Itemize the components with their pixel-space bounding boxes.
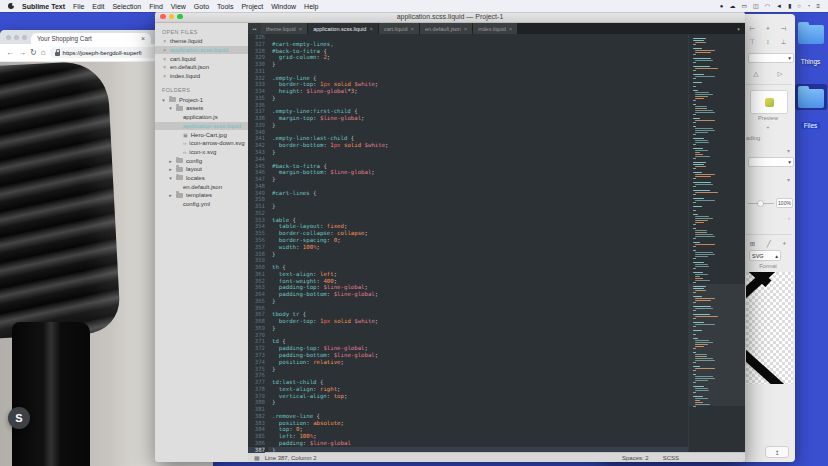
add-button[interactable]: +: [744, 124, 792, 130]
code-line[interactable]: [272, 102, 688, 109]
close-file-icon[interactable]: ×: [163, 73, 167, 79]
menu-item-tools[interactable]: Tools: [217, 3, 233, 10]
tab-cart.liquid[interactable]: cart.liquid×: [379, 23, 420, 34]
reload-icon[interactable]: ↻: [30, 49, 37, 57]
open-file-index.liquid[interactable]: ×index.liquid: [155, 72, 248, 81]
code-line[interactable]: }: [272, 399, 688, 406]
menu-item-selection[interactable]: Selection: [112, 3, 141, 10]
tree-item-en.default.json[interactable]: en.default.json: [155, 182, 248, 191]
code-line[interactable]: }: [272, 325, 688, 332]
indent-setting[interactable]: Spaces: 2: [622, 455, 649, 461]
tree-item-templates[interactable]: ▸templates: [155, 191, 248, 200]
code-area[interactable]: #cart-empty-lines,#back-to-fitra { grid-…: [268, 34, 688, 452]
code-line[interactable]: [272, 332, 688, 339]
status-dot-icon[interactable]: ●: [720, 3, 724, 9]
code-line[interactable]: height: $line-global*3;: [272, 88, 688, 95]
chevron-down-icon[interactable]: ▾: [787, 147, 790, 154]
export-icons-row-icon[interactable]: ╱: [767, 240, 771, 248]
align-icons-row2-icon[interactable]: ⊥: [781, 38, 787, 46]
close-file-icon[interactable]: ×: [163, 64, 167, 70]
browser-window-controls[interactable]: [2, 30, 31, 44]
tab-application.scss.liquid[interactable]: application.scss.liquid×: [308, 23, 379, 34]
code-line[interactable]: margin-top: $line-global;: [272, 115, 688, 122]
menu-item-help[interactable]: Help: [304, 3, 318, 10]
code-line[interactable]: [272, 210, 688, 217]
code-line[interactable]: .empty-line:first-child {: [272, 108, 688, 115]
code-line[interactable]: }: [272, 203, 688, 210]
screen-mirroring-icon[interactable]: ◫: [753, 3, 759, 9]
code-line[interactable]: table-layout: fixed;: [272, 223, 688, 230]
tab-theme.liquid[interactable]: theme.liquid×: [261, 23, 308, 34]
code-line[interactable]: th {: [272, 264, 688, 271]
apple-menu-icon[interactable]: [8, 3, 14, 9]
desktop-folder-files[interactable]: Files: [794, 84, 827, 132]
code-line[interactable]: border-collapse: collapse;: [272, 230, 688, 237]
code-line[interactable]: }: [272, 149, 688, 156]
code-line[interactable]: .remove-line {: [272, 413, 688, 420]
code-line[interactable]: border-bottom: 1px solid $white;: [272, 142, 688, 149]
code-line[interactable]: td:last-child {: [272, 379, 688, 386]
code-line[interactable]: }: [272, 298, 688, 305]
menu-item-view[interactable]: View: [171, 3, 186, 10]
code-line[interactable]: [272, 68, 688, 75]
tab-index.liquid[interactable]: index.liquid×: [473, 23, 518, 34]
code-line[interactable]: padding-top: $line-global;: [272, 284, 688, 291]
align-icons-row1-icon[interactable]: ⊢: [749, 25, 755, 33]
tab-close-icon[interactable]: ×: [464, 26, 468, 32]
preview-thumbnail[interactable]: [750, 90, 788, 114]
tree-item-layout[interactable]: ▸layout: [155, 165, 248, 174]
menu-item-goto[interactable]: Goto: [194, 3, 209, 10]
syntax-setting[interactable]: SCSS: [663, 455, 679, 461]
inspector-select[interactable]: ▾: [748, 157, 794, 167]
code-line[interactable]: left: 100%;: [272, 433, 688, 440]
code-line[interactable]: [272, 156, 688, 163]
disclosure-triangle-icon[interactable]: ▸: [168, 166, 173, 172]
code-line[interactable]: border-top: 1px solid $white;: [272, 81, 688, 88]
tab-close-icon[interactable]: ×: [299, 26, 303, 32]
code-line[interactable]: grid-column: 2;: [272, 54, 688, 61]
wifi-icon[interactable]: ◠: [765, 3, 770, 9]
back-icon[interactable]: ←: [6, 49, 14, 57]
code-line[interactable]: [272, 406, 688, 413]
code-line[interactable]: .empty-line:last-child {: [272, 135, 688, 142]
cursor-position[interactable]: Line 387, Column 2: [265, 455, 317, 461]
code-line[interactable]: #back-to-fitra {: [272, 48, 688, 55]
close-window-button[interactable]: [160, 14, 166, 20]
code-line[interactable]: border-spacing: 0;: [272, 237, 688, 244]
tree-item-hero-cart.jpg[interactable]: ▣Hero-Cart.jpg: [155, 130, 248, 139]
minimap[interactable]: [688, 34, 745, 452]
disclosure-triangle-icon[interactable]: ▾: [161, 97, 166, 103]
code-line[interactable]: [272, 372, 688, 379]
export-icons-row-icon[interactable]: +: [782, 240, 786, 248]
tab-list-dropdown[interactable]: ▾: [732, 23, 745, 34]
code-line[interactable]: vertical-align: top;: [272, 393, 688, 400]
tab-close-icon[interactable]: ×: [410, 26, 414, 32]
code-line[interactable]: #cart-empty-lines,: [272, 41, 688, 48]
disclosure-triangle-icon[interactable]: ▾: [168, 175, 173, 181]
home-icon[interactable]: ⌂: [41, 49, 46, 57]
align-icons-row1-icon[interactable]: ⊣: [781, 25, 787, 33]
disclosure-triangle-icon[interactable]: ▸: [168, 158, 173, 164]
code-line[interactable]: padding-bottom: $line-global;: [272, 291, 688, 298]
disclosure-triangle-icon[interactable]: ▾: [168, 105, 173, 111]
code-line[interactable]: }: [272, 366, 688, 373]
align-icons-row1-icon[interactable]: +: [766, 25, 770, 33]
opacity-slider[interactable]: [748, 203, 774, 204]
code-line[interactable]: td {: [272, 338, 688, 345]
open-file-application.scss.liquid[interactable]: ×application.scss.liquid: [155, 46, 248, 55]
tool-icons-row-icon[interactable]: ▷: [778, 70, 783, 78]
code-line[interactable]: padding: $line-global: [272, 440, 688, 447]
open-file-en.default.json[interactable]: ×en.default.json: [155, 63, 248, 72]
menu-item-window[interactable]: Window: [271, 3, 296, 10]
browser-minimize-button[interactable]: [14, 35, 19, 40]
code-line[interactable]: padding-top: $line-global;: [272, 345, 688, 352]
disclosure-triangle-icon[interactable]: ▸: [168, 192, 173, 198]
code-editor[interactable]: 3263273283293303313323333343353363373383…: [248, 34, 745, 452]
desktop-folder-things[interactable]: Things: [794, 20, 827, 68]
code-line[interactable]: [272, 305, 688, 312]
tree-item-icon-arrow-down.svg[interactable]: ‹›icon-arrow-down.svg: [155, 139, 248, 148]
tool-icons-row-icon[interactable]: △: [754, 70, 759, 78]
tree-item-project-1[interactable]: ▾Project-1: [155, 95, 248, 104]
code-line[interactable]: }: [272, 95, 688, 102]
arrow-right-icon[interactable]: ›: [788, 215, 790, 221]
